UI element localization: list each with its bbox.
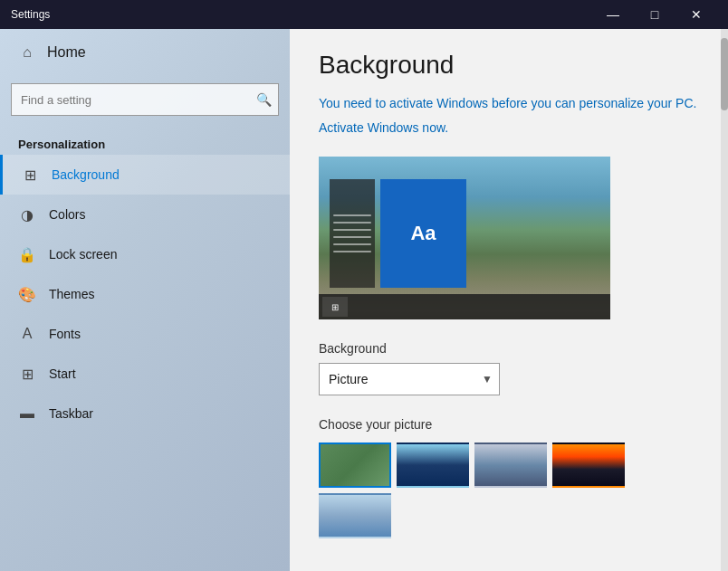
- activation-message: You need to activate Windows before you …: [319, 94, 699, 113]
- app-title: Settings: [11, 8, 50, 21]
- sidebar-item-start[interactable]: ⊞ Start: [0, 354, 290, 394]
- background-icon: ⊞: [21, 166, 39, 184]
- search-icon: 🔍: [256, 92, 272, 107]
- home-icon: ⌂: [18, 43, 36, 62]
- preview-start-btn: ⊞: [322, 297, 348, 317]
- picture-thumb-1[interactable]: [319, 443, 391, 488]
- page-title: Background: [319, 51, 699, 80]
- section-label: Personalization: [0, 130, 290, 155]
- nav-label-fonts: Fonts: [49, 327, 81, 341]
- scrollbar-track[interactable]: [721, 29, 728, 571]
- preview-line: [333, 214, 371, 216]
- preview-line: [333, 229, 371, 231]
- close-button[interactable]: ✕: [675, 0, 717, 29]
- nav-label-themes: Themes: [49, 287, 95, 301]
- background-select-wrapper: Picture Solid color Slideshow ▼: [319, 363, 500, 395]
- sidebar-item-fonts[interactable]: A Fonts: [0, 314, 290, 354]
- sidebar-item-themes[interactable]: 🎨 Themes: [0, 274, 290, 314]
- preview-line: [333, 236, 371, 238]
- search-box: 🔍: [11, 83, 279, 116]
- activate-link[interactable]: Activate Windows now.: [319, 120, 699, 135]
- themes-icon: 🎨: [18, 285, 36, 303]
- picture-thumb-3[interactable]: [474, 443, 547, 488]
- preview-line: [333, 251, 371, 252]
- picture-grid: [319, 443, 699, 538]
- picture-thumb-5[interactable]: [319, 493, 391, 538]
- sidebar-item-background[interactable]: ⊞ Background: [0, 155, 290, 195]
- nav-label-colors: Colors: [49, 207, 85, 222]
- app-body: ⌂ Home 🔍 Personalization ⊞ Background ◑ …: [0, 29, 728, 571]
- fonts-icon: A: [18, 325, 36, 343]
- preview-taskbar: ⊞: [319, 294, 610, 319]
- sidebar-item-lock-screen[interactable]: 🔒 Lock screen: [0, 234, 290, 274]
- choose-picture-label: Choose your picture: [319, 417, 699, 432]
- search-input[interactable]: [11, 83, 279, 116]
- nav-label-start: Start: [49, 366, 76, 381]
- preview-left-panel: [330, 179, 375, 288]
- minimize-button[interactable]: —: [592, 0, 634, 29]
- nav-label-lock-screen: Lock screen: [49, 247, 117, 262]
- preview-line: [333, 222, 371, 224]
- sidebar-item-colors[interactable]: ◑ Colors: [0, 195, 290, 234]
- home-label: Home: [47, 44, 86, 61]
- preview-bg: Aa ⊞: [319, 157, 610, 319]
- nav-label-background: Background: [52, 167, 120, 182]
- taskbar-icon: ▬: [18, 404, 36, 423]
- preview-line: [333, 243, 371, 245]
- lock-screen-icon: 🔒: [18, 245, 36, 263]
- sidebar-item-home[interactable]: ⌂ Home: [0, 29, 290, 76]
- scrollbar-thumb[interactable]: [721, 38, 728, 110]
- background-select[interactable]: Picture Solid color Slideshow: [319, 363, 500, 395]
- maximize-button[interactable]: □: [634, 0, 675, 29]
- picture-thumb-4[interactable]: [552, 443, 625, 488]
- start-icon: ⊞: [18, 365, 36, 383]
- preview-aa-text: Aa: [410, 222, 436, 245]
- background-preview: Aa ⊞: [319, 157, 610, 319]
- sidebar-item-taskbar[interactable]: ▬ Taskbar: [0, 394, 290, 433]
- window-controls: — □ ✕: [592, 0, 717, 29]
- main-content: Background You need to activate Windows …: [290, 29, 728, 571]
- background-field-label: Background: [319, 341, 699, 356]
- preview-right-window: Aa: [380, 179, 466, 288]
- colors-icon: ◑: [18, 205, 36, 224]
- title-bar: Settings — □ ✕: [0, 0, 728, 29]
- sidebar: ⌂ Home 🔍 Personalization ⊞ Background ◑ …: [0, 29, 290, 571]
- nav-label-taskbar: Taskbar: [49, 406, 93, 421]
- picture-thumb-2[interactable]: [397, 443, 469, 488]
